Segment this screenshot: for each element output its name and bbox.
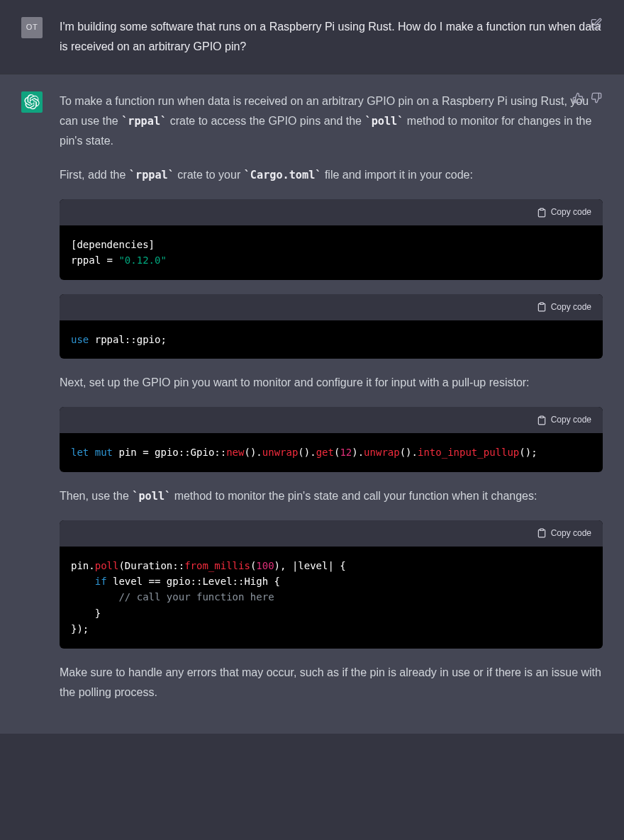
copy-label: Copy code [551, 300, 591, 315]
code-content: pin.poll(Duration::from_millis(100), |le… [60, 547, 603, 649]
clipboard-icon [537, 208, 547, 218]
openai-logo-icon [24, 94, 40, 110]
assistant-paragraph: First, add the rppal crate to your Cargo… [60, 165, 603, 185]
clipboard-icon [537, 302, 547, 312]
user-message: OT I'm building some software that runs … [0, 0, 624, 74]
code-block: Copy code [dependencies] rppal = "0.12.0… [60, 199, 603, 280]
user-content: I'm building some software that runs on … [60, 17, 603, 57]
inline-code: rppal [129, 169, 174, 181]
user-question: I'm building some software that runs on … [60, 17, 603, 57]
clipboard-icon [537, 415, 547, 425]
copy-code-button[interactable]: Copy code [537, 526, 591, 541]
clipboard-icon [537, 528, 547, 538]
assistant-paragraph: Next, set up the GPIO pin you want to mo… [60, 373, 603, 393]
copy-code-button[interactable]: Copy code [537, 205, 591, 220]
code-block: Copy code use rppal::gpio; [60, 294, 603, 359]
assistant-actions [572, 91, 603, 104]
copy-label: Copy code [551, 205, 591, 220]
svg-rect-2 [540, 416, 543, 418]
thumbs-down-icon[interactable] [590, 91, 603, 104]
inline-code: poll [364, 115, 403, 128]
code-header: Copy code [60, 407, 603, 433]
copy-code-button[interactable]: Copy code [537, 300, 591, 315]
code-content: use rppal::gpio; [60, 320, 603, 359]
code-content: [dependencies] rppal = "0.12.0" [60, 225, 603, 280]
code-header: Copy code [60, 520, 603, 547]
assistant-content: To make a function run when data is rece… [60, 91, 603, 717]
copy-label: Copy code [551, 526, 591, 541]
inline-code: rppal [121, 115, 167, 128]
code-block: Copy code pin.poll(Duration::from_millis… [60, 520, 603, 649]
assistant-paragraph: To make a function run when data is rece… [60, 91, 603, 151]
thumbs-up-icon[interactable] [572, 91, 584, 104]
code-content: let mut pin = gpio::Gpio::new().unwrap()… [60, 433, 603, 471]
assistant-paragraph: Make sure to handle any errors that may … [60, 663, 603, 702]
assistant-paragraph: Then, use the poll method to monitor the… [60, 486, 603, 506]
svg-rect-0 [540, 208, 543, 210]
user-actions [590, 17, 603, 30]
copy-code-button[interactable]: Copy code [537, 413, 591, 427]
assistant-message: To make a function run when data is rece… [0, 74, 624, 734]
inline-code: Cargo.toml [244, 169, 322, 181]
copy-label: Copy code [551, 413, 591, 427]
edit-icon[interactable] [590, 17, 603, 30]
user-avatar-initials: OT [26, 21, 38, 34]
user-avatar: OT [21, 17, 43, 38]
code-header: Copy code [60, 199, 603, 225]
assistant-avatar [21, 91, 43, 113]
inline-code: poll [132, 490, 171, 503]
code-block: Copy code let mut pin = gpio::Gpio::new(… [60, 407, 603, 471]
code-header: Copy code [60, 294, 603, 320]
svg-rect-3 [540, 529, 543, 530]
svg-rect-1 [540, 303, 543, 304]
